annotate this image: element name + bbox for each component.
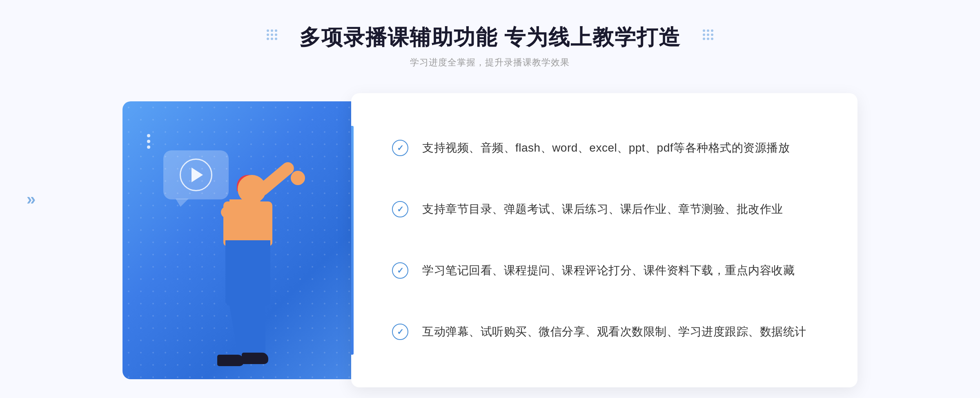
feature-item-2: 支持章节目录、弹题考试、课后练习、课后作业、章节测验、批改作业	[392, 192, 825, 227]
left-navigation-arrow[interactable]: »	[27, 191, 36, 207]
feature-check-icon-1	[392, 140, 410, 158]
header-dots-left	[267, 29, 277, 40]
feature-text-2: 支持章节目录、弹题考试、课后练习、课后作业、章节测验、批改作业	[422, 200, 783, 219]
person-shoe-left	[217, 355, 244, 366]
feature-text-4: 互动弹幕、试听购买、微信分享、观看次数限制、学习进度跟踪、数据统计	[422, 323, 806, 341]
feature-check-icon-3	[392, 262, 410, 280]
content-area: 支持视频、音频、flash、word、excel、ppt、pdf等各种格式的资源…	[122, 93, 858, 387]
sparkle-dot-1	[147, 134, 150, 137]
page-title: 多项录播课辅助功能 专为线上教学打造	[299, 25, 681, 50]
feature-item-4: 互动弹幕、试听购买、微信分享、观看次数限制、学习进度跟踪、数据统计	[392, 315, 825, 350]
sparkle-decoration	[147, 134, 150, 149]
header-dots-right	[703, 29, 713, 40]
feature-text-3: 学习笔记回看、课程提问、课程评论打分、课件资料下载，重点内容收藏	[422, 262, 795, 280]
character-illustration	[189, 175, 319, 379]
header-section: 多项录播课辅助功能 专为线上教学打造 学习进度全掌握，提升录播课教学效果	[299, 25, 681, 69]
feature-check-icon-4	[392, 324, 410, 342]
feature-item-1: 支持视频、音频、flash、word、excel、ppt、pdf等各种格式的资源…	[392, 131, 825, 166]
feature-check-icon-2	[392, 201, 410, 219]
dot-grid-right	[703, 29, 713, 40]
dot-grid-left	[267, 29, 277, 40]
sparkle-dot-3	[147, 145, 150, 149]
sparkle-dot-2	[147, 140, 150, 143]
illustration-panel	[122, 101, 359, 379]
feature-item-3: 学习笔记回看、课程提问、课程评论打分、课件资料下载，重点内容收藏	[392, 253, 825, 288]
check-circle-1	[392, 140, 408, 156]
feature-text-1: 支持视频、音频、flash、word、excel、ppt、pdf等各种格式的资源…	[422, 139, 790, 157]
check-circle-2	[392, 201, 408, 217]
person-hand-raised	[291, 171, 305, 185]
person-shoe-right	[242, 353, 268, 364]
features-panel: 支持视频、音频、flash、word、excel、ppt、pdf等各种格式的资源…	[351, 93, 858, 387]
page-subtitle: 学习进度全掌握，提升录播课教学效果	[299, 56, 681, 69]
check-circle-4	[392, 324, 408, 340]
page-container: 多项录播课辅助功能 专为线上教学打造 学习进度全掌握，提升录播课教学效果 »	[0, 0, 980, 398]
check-circle-3	[392, 262, 408, 279]
accent-bar	[351, 126, 354, 355]
